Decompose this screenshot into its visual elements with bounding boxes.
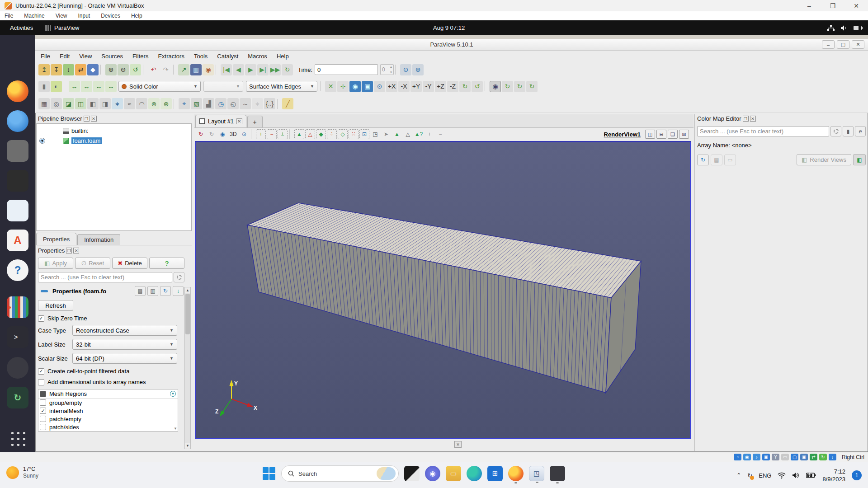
- search-options-button[interactable]: [174, 272, 184, 282]
- edit-color-map2-icon[interactable]: ▥: [190, 64, 202, 75]
- visibility-eye-icon[interactable]: [39, 138, 45, 144]
- extract-time-steps-icon[interactable]: ∗: [252, 98, 263, 109]
- vbox-menu-item[interactable]: Machine: [24, 13, 44, 19]
- cme-options-button[interactable]: [830, 126, 841, 136]
- start-button[interactable]: [262, 467, 276, 480]
- first-frame-icon[interactable]: |◀: [221, 64, 232, 75]
- undo-icon[interactable]: ↶: [148, 64, 159, 75]
- libreoffice-writer-icon[interactable]: [7, 200, 28, 221]
- thunderbird-icon[interactable]: [7, 110, 28, 132]
- open-file-icon[interactable]: ↥: [38, 64, 50, 75]
- set-view-minus-y-icon[interactable]: -Y: [423, 81, 434, 92]
- select-cells-on-icon[interactable]: ▲: [294, 129, 304, 139]
- paste-properties-button[interactable]: ▥: [147, 286, 158, 296]
- skip-zero-time-checkbox[interactable]: [38, 315, 44, 322]
- pipeline-item-builtin[interactable]: builtin:: [37, 127, 191, 135]
- play-icon[interactable]: ▶: [245, 64, 256, 75]
- pv-maximize-button[interactable]: ▢: [837, 40, 849, 49]
- set-view-plus-y-icon[interactable]: +Y: [410, 81, 422, 92]
- settings-circle-icon[interactable]: [7, 357, 28, 379]
- redo-icon[interactable]: ↷: [160, 64, 171, 75]
- cme-undock-button[interactable]: ❐: [743, 116, 749, 122]
- export-data-icon[interactable]: ↓: [63, 64, 74, 75]
- rotate-90-ccw-icon[interactable]: ↺: [472, 81, 483, 92]
- paraview-menu-item[interactable]: Tools: [194, 53, 208, 60]
- toggle-color-legend-icon[interactable]: ▮: [38, 81, 50, 92]
- select-cells-through-icon[interactable]: ◆: [316, 129, 326, 139]
- edge-icon[interactable]: [467, 466, 482, 481]
- rotate-view-center-icon[interactable]: ↻: [514, 81, 525, 92]
- pipeline-item-foam[interactable]: foam.foam: [37, 136, 191, 145]
- zoom-to-data-icon[interactable]: ⊹: [337, 81, 349, 92]
- snap-store-icon[interactable]: ↻: [7, 387, 28, 408]
- plot-data-icon[interactable]: ∼: [240, 98, 251, 109]
- adjust-camera-icon[interactable]: ↻: [196, 129, 206, 139]
- select-cells-polygon-icon[interactable]: ◇: [338, 129, 348, 139]
- zoom-to-box-icon[interactable]: ⊙: [374, 81, 385, 92]
- zoom-camera-icon[interactable]: ⊙: [400, 64, 411, 75]
- focused-app-indicator[interactable]: ParaView: [45, 20, 79, 35]
- wifi-icon[interactable]: [778, 472, 786, 479]
- onedrive-sync-icon[interactable]: ↻: [747, 472, 752, 479]
- component-combo[interactable]: ▼: [203, 81, 243, 92]
- vbox-menu-item[interactable]: Help: [131, 13, 142, 19]
- previous-frame-icon[interactable]: ◀: [233, 64, 244, 75]
- auto-apply-icon[interactable]: ⇄: [75, 64, 86, 75]
- cme-close-button[interactable]: ✕: [750, 116, 756, 122]
- cme-choose-preset-button[interactable]: ▭: [724, 155, 736, 165]
- vbox-minimize-button[interactable]: –: [797, 0, 821, 11]
- capture-screenshot-icon[interactable]: ⊕: [412, 64, 424, 75]
- session-features-icon[interactable]: ↻: [819, 454, 827, 460]
- shared-folders-icon[interactable]: ▭: [781, 454, 789, 460]
- task-view-icon[interactable]: [404, 466, 420, 481]
- reset-camera-closest-icon[interactable]: ◉: [349, 81, 361, 92]
- terminal-icon[interactable]: >_: [7, 326, 28, 348]
- toggle-2d3d-icon[interactable]: 3D: [228, 129, 238, 139]
- select-points-on-icon[interactable]: △: [305, 129, 315, 139]
- splitter-close-button[interactable]: ✕: [454, 441, 462, 448]
- file-explorer-icon[interactable]: ▭: [446, 466, 461, 481]
- zoom-box-icon[interactable]: ⊙: [239, 129, 249, 139]
- glyph-icon[interactable]: ∗: [112, 98, 123, 109]
- paraview-logo-icon[interactable]: ◆: [87, 64, 99, 75]
- store-icon[interactable]: ⊞: [487, 466, 503, 481]
- clip-icon[interactable]: ◪: [63, 98, 74, 109]
- properties-scrollbar[interactable]: ▲ ▼: [184, 287, 191, 449]
- set-view-plus-x-icon[interactable]: +X: [386, 81, 397, 92]
- rescale-visible-range-icon[interactable]: ↔: [105, 81, 117, 92]
- host-key-menu-icon[interactable]: ↓: [829, 454, 836, 460]
- rescale-temporal-range-icon[interactable]: ↔: [93, 81, 104, 92]
- scrollbar-thumb[interactable]: [185, 294, 190, 334]
- display-icon[interactable]: ▢: [791, 454, 798, 460]
- ubuntu-software-icon[interactable]: A: [7, 230, 28, 251]
- representation-combo[interactable]: Surface With Edges▼: [246, 81, 317, 92]
- reset-button[interactable]: ∅Reset: [75, 258, 110, 269]
- colormap-preview-button[interactable]: ▮: [843, 126, 854, 136]
- grow-selection-icon[interactable]: +: [425, 129, 434, 139]
- cme-search-input[interactable]: Search ... (use Esc to clear text): [697, 126, 829, 136]
- notification-badge[interactable]: 1: [852, 470, 862, 480]
- mesh-region-checkbox[interactable]: [40, 399, 46, 406]
- add-units-checkbox[interactable]: [38, 379, 44, 385]
- refresh-button[interactable]: Refresh: [38, 300, 73, 311]
- label-size-combo[interactable]: 32-bit▼: [72, 339, 177, 350]
- shrink-selection-icon[interactable]: −: [435, 129, 445, 139]
- firefox-taskbar-icon[interactable]: [508, 466, 524, 481]
- apply-button[interactable]: ◧Apply: [38, 258, 73, 269]
- set-view-minus-x-icon[interactable]: -X: [398, 81, 410, 92]
- vm-window-icon[interactable]: [550, 466, 565, 481]
- cell-to-point-row[interactable]: Create cell-to-point filtered data: [38, 368, 190, 375]
- paraview-menu-item[interactable]: Help: [277, 53, 289, 60]
- mesh-regions-header[interactable]: Mesh Regions ▼: [38, 389, 178, 399]
- activities-button[interactable]: Activities: [10, 20, 33, 35]
- vbox-close-button[interactable]: ✕: [844, 0, 868, 11]
- pv-minimize-button[interactable]: –: [822, 40, 835, 49]
- taskbar-clock[interactable]: 7:128/9/2023: [822, 468, 845, 483]
- vbox-menu-item[interactable]: View: [56, 13, 67, 19]
- last-frame-icon[interactable]: ▶▶: [269, 64, 281, 75]
- plot-selection-over-time-icon[interactable]: ◵: [227, 98, 239, 109]
- select-block-icon[interactable]: ⊡: [359, 129, 369, 139]
- reset-session-icon[interactable]: ↺: [130, 64, 141, 75]
- mesh-region-row[interactable]: group/empty: [38, 399, 178, 407]
- add-selection-icon[interactable]: +: [256, 129, 266, 139]
